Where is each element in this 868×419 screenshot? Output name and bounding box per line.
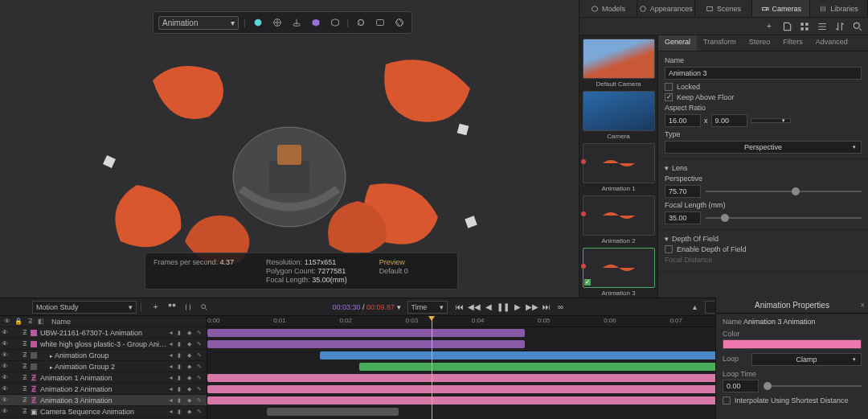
sort-icon[interactable]	[834, 21, 845, 32]
next-frame-icon[interactable]: ▶▶	[526, 302, 538, 313]
camera-thumb[interactable]: ✓Animation 3	[583, 248, 654, 297]
aspect-w-input[interactable]	[665, 114, 701, 127]
goto-start-icon[interactable]: ⏮	[454, 302, 465, 313]
sphere-icon[interactable]	[251, 15, 265, 30]
key-icon[interactable]: ◆	[187, 364, 195, 370]
viewport-3d[interactable]: Animation▾ | | Frames per second: 4.37 R…	[0, 0, 579, 298]
solo-icon[interactable]: ▮	[178, 352, 186, 359]
anim-toggle[interactable]: Ƶ	[19, 408, 29, 415]
anim-toggle[interactable]: Ƶ	[19, 363, 29, 370]
loop-icon[interactable]: ∞	[555, 302, 567, 313]
sort2-icon[interactable]	[182, 302, 194, 313]
camera-thumb[interactable]: Animation 1	[583, 143, 654, 192]
anim-toggle[interactable]: Ƶ	[19, 340, 29, 347]
track-row[interactable]: 👁ƵƵAnimation 2 Animation◄▮◆✎	[0, 384, 207, 395]
visibility-toggle[interactable]: 👁	[0, 351, 10, 359]
visibility-toggle[interactable]: 👁	[0, 340, 10, 347]
camera-thumb[interactable]: Animation 2	[583, 195, 654, 244]
solo-icon[interactable]: ▮	[178, 386, 186, 392]
key-icon[interactable]: ◆	[187, 397, 195, 404]
edit-icon[interactable]: ✎	[197, 375, 205, 381]
track-row[interactable]: 👁ƵUBW-21161-67307-1 Animation◄▮◆✎	[0, 327, 207, 339]
add-track-icon[interactable]: +	[150, 302, 162, 313]
lens-header[interactable]: ▾Lens	[665, 164, 862, 172]
tab-appearances[interactable]: Appearances	[637, 0, 695, 17]
tab-transform[interactable]: Transform	[697, 35, 743, 51]
search2-icon[interactable]	[199, 302, 210, 313]
visibility-toggle[interactable]: 👁	[0, 408, 10, 415]
solo-icon[interactable]: ▮	[178, 341, 186, 347]
aperture-icon[interactable]	[392, 15, 407, 30]
import-icon[interactable]	[781, 21, 792, 32]
tab-general[interactable]: General	[658, 35, 697, 51]
aspect-preset-dropdown[interactable]	[751, 118, 791, 123]
refresh-icon[interactable]	[354, 15, 368, 30]
track-row[interactable]: 👁Ƶ▣Camera Sequence Animation◄▮◆✎	[0, 406, 207, 417]
perspective-input[interactable]	[665, 185, 701, 198]
anim-toggle[interactable]: Ƶ	[19, 329, 29, 336]
locked-checkbox[interactable]: Locked	[665, 83, 862, 91]
camera-thumb[interactable]: Camera	[583, 91, 654, 140]
close-icon[interactable]: ×	[860, 301, 865, 310]
anim-toggle[interactable]: Ƶ	[19, 351, 29, 359]
solo-icon[interactable]: ▮	[178, 364, 186, 370]
pause-icon[interactable]: ❚❚	[497, 302, 509, 313]
tab-scenes[interactable]: Scenes	[695, 0, 753, 17]
tab-libraries[interactable]: Libraries	[810, 0, 868, 17]
key-icon[interactable]: ◆	[187, 386, 195, 392]
solo-icon[interactable]: ▮	[178, 409, 186, 415]
visibility-toggle[interactable]: 👁	[0, 329, 10, 336]
edit-icon[interactable]: ✎	[197, 330, 205, 336]
mute-icon[interactable]: ◄	[168, 352, 176, 359]
keep-above-floor-checkbox[interactable]: Keep Above Floor	[665, 93, 862, 101]
track-row[interactable]: 👁Ƶ▸Animation Group 2◄▮◆✎	[0, 361, 207, 372]
timeline-clip[interactable]	[207, 329, 525, 337]
tab-stereo[interactable]: Stereo	[743, 35, 777, 51]
loop-time-input[interactable]	[723, 380, 759, 392]
anim-toggle[interactable]: Ƶ	[19, 374, 29, 381]
key-icon[interactable]: ◆	[187, 375, 195, 381]
timeline-clip[interactable]	[267, 408, 399, 416]
track-row[interactable]: 👁ƵƵAnimation 3 Animation◄▮◆✎	[0, 395, 207, 406]
edit-icon[interactable]: ✎	[197, 352, 205, 359]
col-visibility-icon[interactable]: 👁	[3, 318, 11, 325]
col-lock-icon[interactable]: 🔒	[14, 318, 23, 325]
mute-icon[interactable]: ◄	[168, 397, 176, 404]
grid2-icon[interactable]	[166, 302, 178, 313]
edit-icon[interactable]: ✎	[197, 397, 205, 404]
key-icon[interactable]: ◆	[187, 352, 195, 359]
track-row[interactable]: 👁Ƶ▸Animation Group◄▮◆✎	[0, 350, 207, 361]
anim-toggle[interactable]: Ƶ	[19, 396, 29, 404]
col-type-icon[interactable]: ◧	[37, 318, 45, 325]
visibility-toggle[interactable]: 👁	[0, 385, 10, 392]
goto-end-icon[interactable]: ⏭	[541, 302, 552, 313]
tab-cameras[interactable]: Cameras	[752, 0, 810, 17]
loop-dropdown[interactable]: Clamp	[751, 353, 862, 366]
solo-icon[interactable]: ▮	[178, 375, 186, 381]
edit-icon[interactable]: ✎	[197, 409, 205, 415]
snapshot-icon[interactable]	[373, 15, 387, 30]
edit-icon[interactable]: ✎	[197, 341, 205, 347]
camera-type-dropdown[interactable]: Perspective	[665, 141, 862, 154]
tab-advanced[interactable]: Advanced	[809, 35, 854, 51]
visibility-toggle[interactable]: 👁	[0, 363, 10, 370]
animation-color-swatch[interactable]	[723, 339, 862, 349]
wireframe-icon[interactable]	[270, 15, 285, 30]
enable-dof-checkbox[interactable]: Enable Depth of Field	[665, 245, 862, 253]
cube2-icon[interactable]	[328, 15, 342, 30]
key-icon[interactable]: ◆	[187, 330, 195, 336]
dof-header[interactable]: ▾Depth Of Field	[665, 235, 862, 243]
motion-study-dropdown[interactable]: Motion Study▾	[32, 301, 137, 314]
interpolate-checkbox[interactable]: Interpolate Using Shortest Distance	[723, 396, 862, 405]
grid-icon[interactable]	[799, 21, 810, 32]
mute-icon[interactable]: ◄	[168, 375, 176, 381]
ground-icon[interactable]	[289, 15, 304, 30]
key-icon[interactable]: ◆	[187, 341, 195, 347]
mute-icon[interactable]: ◄	[168, 409, 176, 415]
visibility-toggle[interactable]: 👁	[0, 374, 10, 381]
track-row[interactable]: 👁Ƶwhite high gloss plastic-3 - Group Ani…	[0, 339, 207, 350]
key-icon[interactable]: ◆	[187, 409, 195, 415]
visibility-toggle[interactable]: 👁	[0, 396, 10, 404]
camera-thumb[interactable]: Default Camera	[583, 39, 654, 88]
cube-icon[interactable]	[309, 15, 323, 30]
